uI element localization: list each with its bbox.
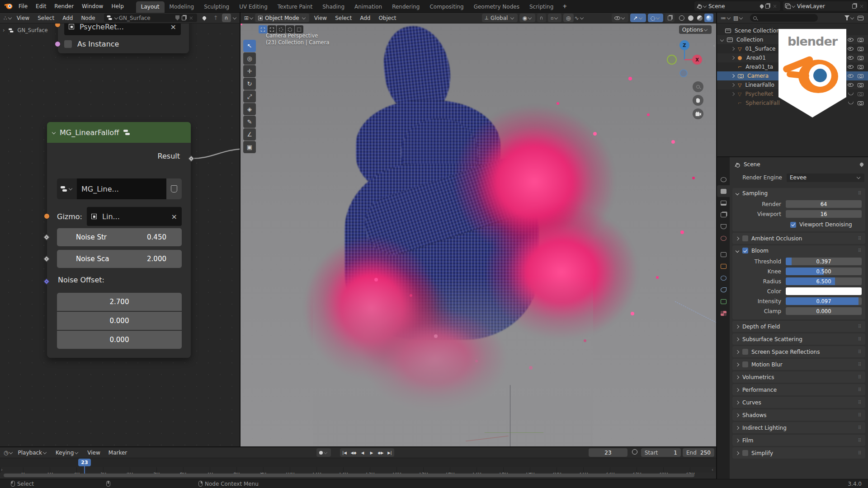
tab-texture[interactable]	[717, 307, 730, 319]
display-mode-dropdown[interactable]: ▤	[733, 15, 744, 21]
show-object-types-dropdown[interactable]	[612, 14, 628, 22]
drag-handle-icon[interactable]: ⠿	[858, 438, 862, 443]
hidden-eye-icon[interactable]	[848, 93, 854, 95]
shading-material-button[interactable]	[695, 14, 704, 22]
overlays-toggle[interactable]: ◌	[648, 14, 663, 22]
workspace-tab[interactable]: Modeling	[165, 1, 199, 13]
rotate-tool-button[interactable]: ↻	[243, 78, 256, 90]
group-name-field[interactable]: MG_Line...	[77, 178, 166, 199]
object-socket[interactable]	[55, 23, 61, 28]
current-frame-field[interactable]: 23	[589, 448, 627, 457]
property-panel[interactable]: Curves ⠿	[732, 397, 865, 408]
select-tool-button[interactable]: ↖	[243, 40, 256, 52]
hide-eye-icon[interactable]	[848, 38, 854, 42]
drag-handle-icon[interactable]: ⠿	[858, 450, 862, 455]
shading-wireframe-button[interactable]	[677, 14, 686, 22]
pin-icon[interactable]	[202, 15, 207, 20]
property-panel[interactable]: Film ⠿	[732, 435, 865, 446]
sampling-panel-header[interactable]: Sampling ⠿	[732, 188, 865, 198]
blender-logo-icon[interactable]	[5, 3, 13, 9]
playback-menu[interactable]: Playback	[14, 448, 52, 458]
disable-render-icon[interactable]	[858, 83, 863, 87]
psyche-node[interactable]: PsycheRet... × As Instance	[58, 23, 189, 53]
workspace-tab[interactable]: Scripting	[524, 1, 558, 13]
add-workspace-button[interactable]: +	[558, 1, 571, 11]
tab-view-layer[interactable]	[717, 209, 730, 221]
pivot-point-dropdown[interactable]: ◉	[519, 14, 535, 22]
panel-checkbox[interactable]	[742, 361, 748, 367]
next-keyframe-button[interactable]: ◆▶	[376, 449, 385, 456]
menu-item[interactable]: Add	[58, 13, 77, 23]
play-button[interactable]: ▶	[367, 449, 376, 456]
menu-item[interactable]: Add	[356, 13, 374, 23]
collapse-icon[interactable]	[52, 131, 56, 134]
mode-dropdown[interactable]: Object Mode	[255, 14, 309, 22]
hide-eye-icon[interactable]	[848, 74, 854, 78]
pan-button[interactable]	[693, 95, 703, 106]
pin-icon[interactable]	[859, 162, 864, 167]
workspace-tab[interactable]: Shading	[317, 1, 349, 13]
sidebar-collapse-icon[interactable]: ‹	[713, 42, 715, 49]
snap-options-dropdown[interactable]	[232, 15, 236, 19]
gizmo-object-field[interactable]: Lin... ×	[87, 207, 182, 226]
value-slider[interactable]	[786, 287, 862, 295]
menu-item[interactable]: View	[13, 13, 33, 23]
hide-eye-icon[interactable]	[848, 47, 854, 51]
menu-item[interactable]: View	[310, 13, 331, 23]
menu-item[interactable]: Help	[107, 1, 127, 11]
drag-handle-icon[interactable]: ⠿	[858, 362, 862, 367]
timeline-scrollbar[interactable]	[4, 474, 694, 477]
proportional-edit-toggle[interactable]: ◎	[563, 14, 573, 22]
value-slider[interactable]: 0.097	[786, 297, 862, 305]
value-slider[interactable]: 0.397	[786, 258, 862, 265]
menu-item[interactable]: Render	[50, 1, 78, 11]
scene-selector[interactable]: Scene ×	[694, 1, 780, 11]
bloom-checkbox[interactable]	[742, 248, 748, 253]
workspace-tab[interactable]: Animation	[349, 1, 387, 13]
prev-keyframe-button[interactable]: ◀◆	[349, 449, 358, 456]
panel-checkbox[interactable]	[742, 349, 748, 355]
drag-handle-icon[interactable]: ⠿	[858, 191, 862, 196]
channel-expand-icon[interactable]: ›	[1, 467, 3, 472]
disable-render-icon[interactable]	[858, 92, 863, 96]
expand-icon[interactable]	[731, 74, 735, 78]
node-header[interactable]: MG_LinearFalloff	[47, 122, 191, 143]
workspace-tab[interactable]: Rendering	[387, 1, 425, 13]
fake-user-icon[interactable]	[175, 15, 179, 20]
workspace-tab[interactable]: Texture Paint	[273, 1, 317, 13]
drag-handle-icon[interactable]: ⠿	[858, 375, 862, 380]
stopwatch-icon[interactable]	[632, 449, 637, 455]
menu-item[interactable]: Node	[77, 13, 99, 23]
transform-orientation-dropdown[interactable]: ⊥ Global	[482, 14, 518, 22]
tab-render[interactable]	[717, 185, 730, 197]
expand-icon[interactable]	[731, 56, 735, 60]
duplicate-icon[interactable]	[765, 4, 769, 9]
xray-toggle[interactable]	[665, 14, 675, 22]
property-panel[interactable]: Volumetrics ⠿	[732, 371, 865, 383]
hide-eye-icon[interactable]	[848, 83, 854, 87]
hide-eye-icon[interactable]	[848, 56, 854, 60]
transform-tool-button[interactable]: ◈	[243, 103, 256, 115]
playhead-badge[interactable]: 23	[78, 459, 91, 466]
ambient-occlusion-panel[interactable]: Ambient Occlusion ⠿	[732, 233, 865, 244]
outliner-search-input[interactable]	[750, 14, 818, 22]
drag-handle-icon[interactable]: ⠿	[858, 248, 862, 253]
timeline-channels[interactable]	[0, 467, 716, 473]
property-panel[interactable]: Motion Blur ⠿	[732, 359, 865, 370]
group-type-dropdown[interactable]	[57, 178, 77, 199]
disable-render-icon[interactable]	[858, 101, 863, 105]
drag-handle-icon[interactable]: ⠿	[858, 387, 862, 392]
disable-render-icon[interactable]	[858, 65, 863, 69]
tab-scene[interactable]	[717, 221, 730, 232]
tab-physics[interactable]	[717, 284, 730, 296]
property-panel[interactable]: Performance ⠿	[732, 384, 865, 395]
bloom-panel-header[interactable]: Bloom ⠿	[732, 245, 865, 256]
new-collection-button[interactable]	[858, 16, 863, 20]
hide-eye-icon[interactable]	[848, 65, 854, 69]
tab-world[interactable]	[717, 232, 730, 244]
tab-output[interactable]	[717, 197, 730, 209]
node-tree-name[interactable]: GN_Surface	[119, 15, 151, 21]
play-reverse-button[interactable]: ◀	[358, 449, 367, 456]
clear-icon[interactable]: ×	[171, 212, 177, 221]
drag-handle-icon[interactable]: ⠿	[858, 236, 862, 241]
